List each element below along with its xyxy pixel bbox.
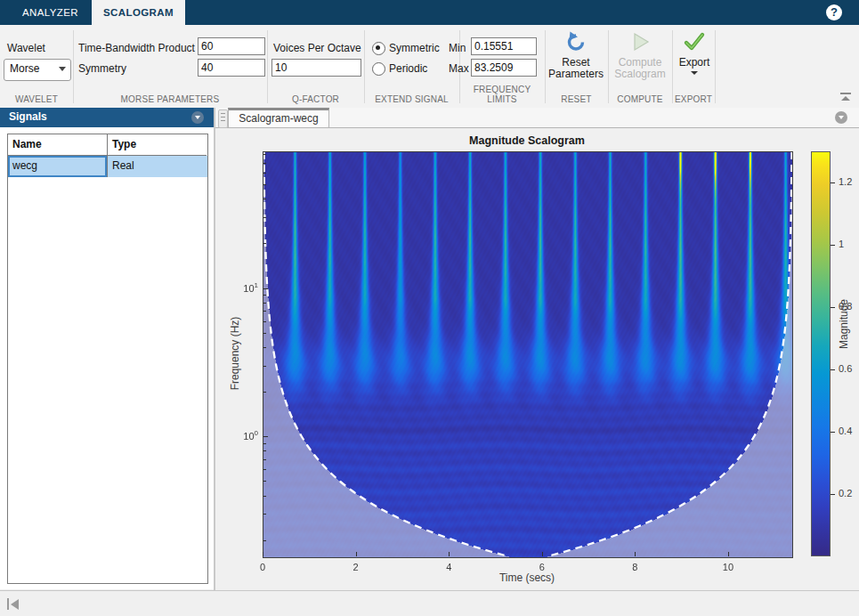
y-minor-tick-mark [263,459,266,460]
y-minor-tick-mark [263,173,266,174]
signal-type-cell[interactable]: Real [108,156,207,177]
colorbar-tick-label: 1 [839,239,859,249]
signals-panel-body: Name Type wecg Real [0,127,214,589]
signals-panel-title: Signals [9,110,47,123]
chevron-down-icon [59,67,66,71]
y-tick-mark [263,288,268,289]
time-bandwidth-label: Time-Bandwidth Product [78,42,195,54]
collapse-left-panel-icon[interactable] [7,598,20,610]
export-button-label: Export [666,57,723,69]
tab-analyzer[interactable]: ANALYZER [9,0,92,25]
triangle-up-icon [841,96,850,101]
scalogram-plot [263,151,793,558]
section-divider [267,30,268,103]
minimize-ribbon-icon[interactable] [839,93,852,102]
y-axis-label: Frequency (Hz) [229,309,241,398]
symmetry-input[interactable] [198,59,265,77]
compute-scalogram-button[interactable]: Compute Scalogram [609,30,671,80]
y-tick-label: 101 [237,281,258,294]
x-tick-label: 8 [624,562,645,572]
freq-min-label: Min [449,42,466,54]
checkmark-icon [683,30,706,53]
time-bandwidth-input[interactable] [198,37,265,55]
colorbar-tick-label: 1.2 [839,176,859,187]
morse-parameters-section-caption: MORSE PARAMETERS [73,94,267,104]
symmetric-radio-label[interactable]: Symmetric [389,42,440,54]
y-minor-tick-mark [263,295,266,296]
signals-table: Name Type wecg Real [7,134,208,584]
y-minor-tick-mark [263,303,266,304]
y-minor-tick-mark [263,243,266,244]
help-icon[interactable]: ? [826,4,842,20]
wavelet-section-caption: WAVELET [0,94,73,104]
status-strip [0,590,859,616]
x-tick-label: 10 [717,562,739,572]
app-window: ANALYZER SCALOGRAM ? Wavelet Morse WAVEL… [0,0,859,616]
freq-max-label: Max [449,62,469,75]
wavelet-dropdown-value: Morse [10,62,39,75]
y-minor-tick-mark [263,514,266,515]
compute-section-caption: COMPUTE [608,94,672,104]
signals-panel-header: Signals [0,108,214,127]
reset-button-label-line2: Parameters [540,69,612,80]
colorbar-tick-label: 0.2 [839,488,859,498]
tab-scalogram[interactable]: SCALOGRAM [92,0,185,25]
table-row[interactable]: wecg Real [8,156,207,177]
wavelet-label: Wavelet [7,42,45,54]
chart-title: Magnitude Scalogram [263,134,791,147]
extend-signal-section-caption: EXTEND SIGNAL [364,94,459,104]
wavelet-dropdown[interactable]: Morse [4,59,71,81]
x-tick-label: 6 [531,562,553,572]
x-tick-mark [542,552,543,556]
signals-table-header-name[interactable]: Name [8,134,108,156]
voices-per-octave-input[interactable] [271,59,361,77]
chevron-down-icon [839,116,844,119]
reset-section-caption: RESET [545,94,608,104]
x-axis-label: Time (secs) [263,571,791,584]
y-minor-tick-mark [263,154,266,155]
y-minor-tick-mark [263,481,266,482]
signal-name-cell[interactable]: wecg [8,156,108,177]
colorbar-tick-label: 0.8 [839,301,859,312]
export-button[interactable]: Export [666,30,723,75]
chevron-down-icon [691,71,698,75]
reset-parameters-button[interactable]: Reset Parameters [540,30,612,80]
periodic-radio-label[interactable]: Periodic [389,62,427,75]
scalogram-canvas[interactable] [263,152,792,557]
y-minor-tick-mark [263,540,266,541]
play-icon [628,30,652,53]
y-minor-tick-mark [263,321,266,322]
radio-selected-dot [376,45,380,50]
colorbar [811,151,831,556]
document-tab-strip: Scalogram-wecg [215,108,859,128]
colorbar-tick-mark [831,245,835,246]
minimize-ribbon-bar [840,93,851,94]
y-minor-tick-mark [263,496,266,497]
document-drag-handle[interactable] [218,109,228,128]
y-minor-tick-mark [263,199,266,199]
colorbar-tick-mark [831,182,835,183]
freq-max-input[interactable] [471,59,537,77]
x-tick-label: 4 [438,562,459,572]
symmetric-radio[interactable] [372,42,385,55]
section-divider [73,30,74,103]
ribbon-toolbar: Wavelet Morse WAVELET Time-Bandwidth Pro… [0,25,859,109]
x-tick-mark [728,552,729,556]
reset-icon [564,30,588,53]
triangle-left-icon [11,599,19,610]
freq-min-input[interactable] [471,37,537,55]
document-actions-button[interactable] [835,111,847,124]
colorbar-tick-mark [831,369,835,370]
ribbon-tab-strip: ANALYZER SCALOGRAM ? [0,0,859,25]
colorbar-label: Magnitude [838,288,850,360]
signals-table-header-type[interactable]: Type [108,134,207,156]
chevron-down-icon [195,116,200,119]
signals-panel-collapse-button[interactable] [191,111,204,124]
colorbar-tick-mark [831,494,835,495]
y-minor-tick-mark [263,347,266,348]
periodic-radio[interactable] [372,62,385,76]
x-tick-mark [635,552,636,556]
y-tick-mark [263,436,268,437]
document-tab-scalogram-wecg[interactable]: Scalogram-wecg [228,108,329,127]
signals-table-header-row: Name Type [8,134,207,156]
